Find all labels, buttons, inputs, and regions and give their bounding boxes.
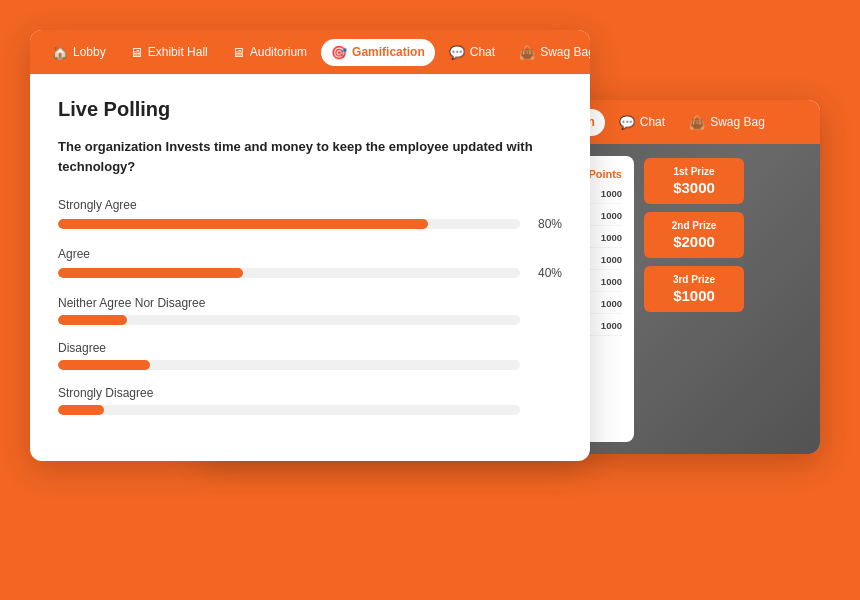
home-icon-poll: 🏠 [52, 45, 68, 60]
polling-card: 🏠 Lobby 🖥 Exhibit Hall 🖥 Auditorium 🎯 Ga… [30, 30, 590, 461]
poll-bar-bg-3 [58, 360, 520, 370]
points-col-title: Points [588, 168, 622, 180]
poll-option-1: Agree 40% [58, 247, 562, 280]
nav-exhibit-poll[interactable]: 🖥 Exhibit Hall [120, 39, 218, 66]
auditorium-icon-poll: 🖥 [232, 45, 245, 60]
prize-1st: 1st Prize $3000 [644, 158, 744, 204]
poll-bar-fill-4 [58, 405, 104, 415]
poll-option-3: Disagree [58, 341, 562, 370]
poll-bar-bg-1 [58, 268, 520, 278]
prize-panel: 1st Prize $3000 2nd Prize $2000 3rd Priz… [644, 156, 744, 442]
nav-auditorium-poll[interactable]: 🖥 Auditorium [222, 39, 317, 66]
chat-icon-lb: 💬 [619, 115, 635, 130]
poll-bar-fill-1 [58, 268, 243, 278]
poll-label-3: Disagree [58, 341, 562, 355]
poll-bar-fill-3 [58, 360, 150, 370]
exhibit-icon-poll: 🖥 [130, 45, 143, 60]
prize-2nd: 2nd Prize $2000 [644, 212, 744, 258]
poll-option-4: Strongly Disagree [58, 386, 562, 415]
poll-option-0: Strongly Agree 80% [58, 198, 562, 231]
poll-label-2: Neither Agree Nor Disagree [58, 296, 562, 310]
nav-chat-lb[interactable]: 💬 Chat [609, 109, 675, 136]
poll-bar-row-2 [58, 315, 562, 325]
nav-swagbag-poll[interactable]: 👜 Swag Bag [509, 39, 590, 66]
poll-option-2: Neither Agree Nor Disagree [58, 296, 562, 325]
poll-label-0: Strongly Agree [58, 198, 562, 212]
gamification-icon-poll: 🎯 [331, 45, 347, 60]
poll-bar-bg-2 [58, 315, 520, 325]
chat-icon-poll: 💬 [449, 45, 465, 60]
poll-bar-fill-0 [58, 219, 428, 229]
polling-question: The organization Invests time and money … [58, 137, 562, 176]
poll-pct-0: 80% [530, 217, 562, 231]
nav-chat-poll[interactable]: 💬 Chat [439, 39, 505, 66]
nav-lobby-poll[interactable]: 🏠 Lobby [42, 39, 116, 66]
poll-label-1: Agree [58, 247, 562, 261]
swagbag-icon-poll: 👜 [519, 45, 535, 60]
poll-bar-row-3 [58, 360, 562, 370]
polling-title: Live Polling [58, 98, 562, 121]
polling-nav: 🏠 Lobby 🖥 Exhibit Hall 🖥 Auditorium 🎯 Ga… [30, 30, 590, 74]
swagbag-icon-lb: 👜 [689, 115, 705, 130]
poll-pct-1: 40% [530, 266, 562, 280]
poll-bar-bg-0 [58, 219, 520, 229]
nav-gamification-poll[interactable]: 🎯 Gamification [321, 39, 435, 66]
poll-bar-row-0: 80% [58, 217, 562, 231]
poll-bar-row-4 [58, 405, 562, 415]
nav-swagbag-lb[interactable]: 👜 Swag Bag [679, 109, 775, 136]
poll-bar-bg-4 [58, 405, 520, 415]
poll-bar-fill-2 [58, 315, 127, 325]
poll-bar-row-1: 40% [58, 266, 562, 280]
prize-3rd: 3rd Prize $1000 [644, 266, 744, 312]
polling-body: Live Polling The organization Invests ti… [30, 74, 590, 461]
poll-label-4: Strongly Disagree [58, 386, 562, 400]
